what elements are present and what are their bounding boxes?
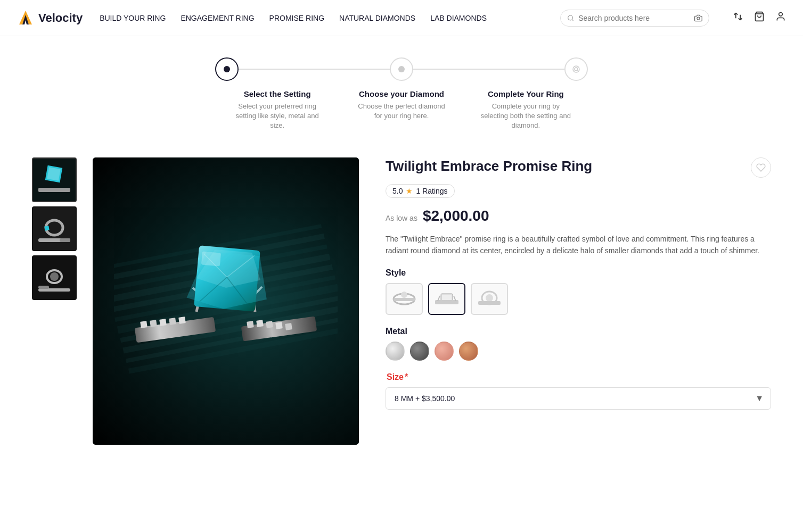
svg-rect-38	[169, 318, 176, 325]
metal-options	[386, 342, 771, 361]
star-icon: ★	[406, 187, 413, 195]
size-label-main: Size	[387, 372, 404, 381]
step-3-title: Complete Your Ring	[464, 89, 588, 98]
price-row: As low as $2,000.00	[386, 207, 771, 225]
ratings-badge[interactable]: 5.0 ★ 1 Ratings	[386, 184, 455, 198]
step-label-1: Select the Setting Select your preferred…	[215, 89, 339, 131]
svg-rect-63	[435, 300, 458, 304]
svg-point-59	[401, 292, 407, 298]
product-info: Twilight Embrace Promise Ring 5.0 ★ 1 Ra…	[375, 157, 771, 410]
style-2-img	[432, 289, 461, 309]
step-circle-3[interactable]	[564, 57, 588, 81]
svg-rect-44	[275, 322, 283, 329]
style-option-1[interactable]	[386, 283, 423, 315]
svg-point-8	[575, 68, 578, 71]
thumbnail-2[interactable]	[32, 206, 77, 251]
svg-point-6	[779, 13, 783, 16]
step-line-2	[413, 69, 564, 70]
step-2-desc: Choose the perfect diamond for your ring…	[354, 102, 449, 121]
thumbnail-3[interactable]	[32, 255, 77, 300]
camera-icon[interactable]	[694, 13, 702, 23]
main-image	[93, 157, 359, 445]
svg-rect-57	[201, 251, 221, 266]
style-label: Style	[386, 268, 771, 278]
step-label-3: Complete Your Ring Complete your ring by…	[464, 89, 588, 131]
account-icon[interactable]	[775, 11, 786, 24]
svg-rect-36	[150, 320, 157, 327]
svg-point-20	[50, 272, 59, 281]
svg-point-67	[486, 294, 493, 302]
search-bar	[560, 10, 709, 27]
size-select-wrap: 8 MM + $3,500.00 ▼	[386, 387, 771, 410]
step-1-desc: Select your preferred ring setting like …	[230, 102, 325, 131]
thumb-2-img	[33, 207, 76, 250]
step-circle-1[interactable]	[215, 57, 239, 81]
thumb-3-img	[33, 256, 76, 299]
step-circle-2[interactable]	[390, 57, 413, 81]
svg-rect-42	[256, 320, 264, 327]
rating-count: 1 Ratings	[416, 187, 447, 195]
nav-item-build-your-ring[interactable]: BUILD YOUR RING	[100, 14, 166, 22]
svg-rect-22	[38, 286, 49, 289]
metal-white-gold[interactable]	[386, 342, 405, 361]
svg-rect-37	[159, 319, 167, 326]
style-3-img	[475, 289, 504, 309]
steps-section: Select the Setting Select your preferred…	[0, 36, 803, 142]
style-option-3[interactable]	[471, 283, 508, 315]
svg-rect-60	[394, 298, 415, 301]
size-required-mark: *	[405, 372, 408, 381]
steps-row	[215, 57, 588, 81]
heart-icon	[756, 163, 766, 172]
nav-item-natural-diamonds[interactable]: NATURAL DIAMONDS	[339, 14, 415, 22]
step-1-title: Select the Setting	[215, 89, 339, 98]
header: Velocity BUILD YOUR RING ENGAGEMENT RING…	[0, 0, 803, 36]
main-image-placeholder	[93, 157, 359, 445]
product-title: Twilight Embrace Promise Ring	[386, 157, 592, 176]
product-title-row: Twilight Embrace Promise Ring	[386, 157, 771, 178]
logo-icon	[17, 10, 34, 27]
search-input[interactable]	[578, 14, 690, 22]
nav-item-lab-diamonds[interactable]: LAB DIAMONDS	[430, 14, 487, 22]
ring-illustration	[114, 189, 338, 413]
logo-text: Velocity	[38, 11, 83, 25]
svg-rect-11	[47, 167, 60, 180]
metal-rose-gold[interactable]	[459, 342, 478, 361]
svg-rect-35	[140, 321, 148, 328]
nav-item-engagement-ring[interactable]: ENGAGEMENT RING	[181, 14, 254, 22]
cart-icon[interactable]	[754, 11, 765, 24]
step-line-1	[239, 69, 390, 70]
style-options	[386, 283, 771, 315]
price-label: As low as	[386, 214, 417, 222]
svg-rect-43	[266, 321, 273, 328]
nav-item-promise-ring[interactable]: PROMISE RING	[269, 14, 324, 22]
metal-dark-silver[interactable]	[410, 342, 429, 361]
size-select[interactable]: 8 MM + $3,500.00	[386, 387, 771, 410]
logo[interactable]: Velocity	[17, 10, 83, 27]
thumbnail-1[interactable]	[32, 157, 77, 202]
header-icons	[733, 11, 786, 24]
svg-rect-68	[478, 301, 501, 305]
svg-point-4	[697, 17, 700, 20]
main-nav: BUILD YOUR RING ENGAGEMENT RING PROMISE …	[100, 14, 543, 22]
svg-point-7	[573, 66, 579, 72]
rating-value: 5.0	[392, 187, 403, 195]
metal-rose-gold-light[interactable]	[435, 342, 454, 361]
svg-rect-13	[33, 207, 76, 250]
style-1-img	[390, 289, 419, 309]
svg-rect-41	[247, 321, 254, 328]
steps-labels: Select the Setting Select your preferred…	[215, 89, 588, 131]
step-circle-inner-1	[224, 66, 230, 72]
svg-rect-15	[44, 226, 49, 230]
thumbnails	[32, 157, 77, 300]
step-label-2: Choose your Diamond Choose the perfect d…	[339, 89, 463, 131]
step-3-desc: Complete your ring by selecting both the…	[478, 102, 573, 131]
svg-rect-39	[178, 317, 186, 324]
step-2-title: Choose your Diamond	[339, 89, 463, 98]
wishlist-button[interactable]	[751, 157, 771, 178]
product-description: The "Twilight Embrace" promise ring is a…	[386, 233, 771, 257]
svg-point-2	[568, 15, 573, 20]
style-option-2[interactable]	[428, 283, 465, 315]
size-label-text: Size*	[386, 372, 771, 382]
swap-icon[interactable]	[733, 11, 743, 24]
svg-rect-12	[38, 188, 70, 192]
